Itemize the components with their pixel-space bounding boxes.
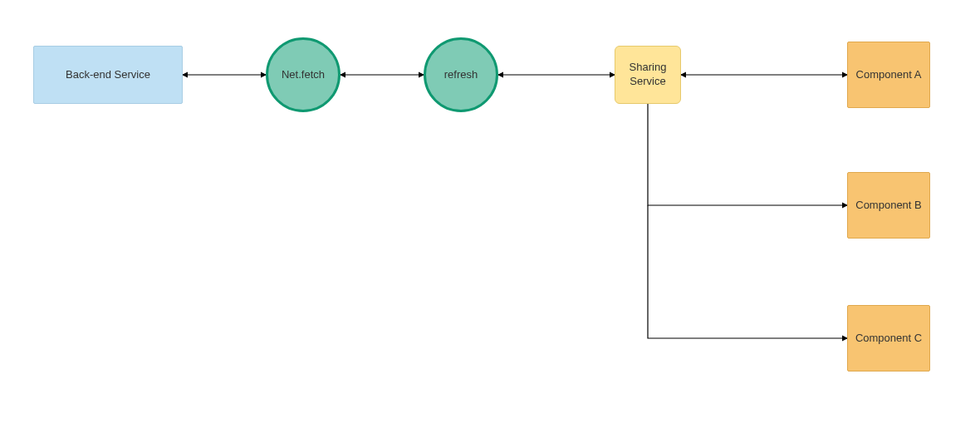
node-refresh[interactable]: refresh <box>424 37 498 112</box>
node-label: Back-end Service <box>66 68 150 82</box>
node-component-c[interactable]: Component C <box>847 305 930 371</box>
node-component-a[interactable]: Component A <box>847 42 930 108</box>
node-label: Component B <box>855 199 922 213</box>
node-net-fetch[interactable]: Net.fetch <box>266 37 341 112</box>
node-label: Component C <box>855 332 922 346</box>
edge-sharing-componentb <box>648 104 847 205</box>
node-label: refresh <box>444 68 478 82</box>
node-backend-service[interactable]: Back-end Service <box>33 46 183 104</box>
edge-sharing-componentc <box>648 205 847 338</box>
node-component-b[interactable]: Component B <box>847 172 930 239</box>
node-label: Net.fetch <box>282 68 325 82</box>
node-label: Sharing Service <box>620 61 675 89</box>
node-sharing-service[interactable]: Sharing Service <box>615 46 681 104</box>
node-label: Component A <box>856 68 922 82</box>
